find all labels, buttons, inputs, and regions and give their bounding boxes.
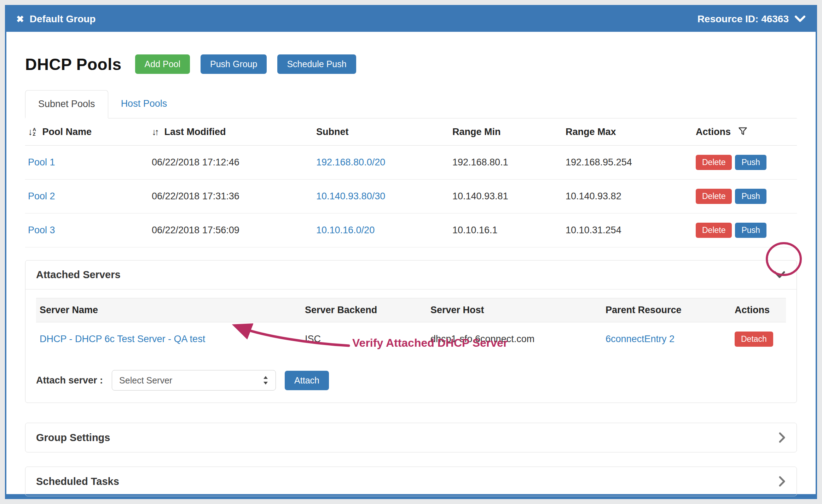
push-pool-button[interactable]: Push <box>735 155 766 170</box>
col-last-modified[interactable]: Last Modified <box>164 127 226 137</box>
pool-last-modified: 06/22/2018 17:31:36 <box>149 180 313 213</box>
server-row: DHCP - DHCP 6c Test Server - QA test ISC… <box>36 322 786 356</box>
pool-range-min: 10.10.16.1 <box>450 213 563 247</box>
push-pool-button[interactable]: Push <box>735 189 766 204</box>
group-title: Default Group <box>30 13 96 25</box>
scheduled-tasks-label: Scheduled Tasks <box>36 476 119 487</box>
col-server-host: Server Host <box>427 298 602 322</box>
server-backend: ISC <box>301 322 427 356</box>
attached-servers-title: Attached Servers <box>36 269 121 281</box>
pool-subnet-link[interactable]: 192.168.80.0/20 <box>316 157 385 168</box>
col-server-actions: Actions <box>731 298 786 322</box>
pool-range-max: 192.168.95.254 <box>563 146 693 180</box>
pool-row: Pool 3 06/22/2018 17:56:09 10.10.16.0/20… <box>25 213 797 247</box>
add-pool-button[interactable]: Add Pool <box>135 54 190 74</box>
pool-last-modified: 06/22/2018 17:12:46 <box>149 146 313 180</box>
tab-host-pools[interactable]: Host Pools <box>108 90 180 118</box>
delete-pool-button[interactable]: Delete <box>696 189 732 204</box>
servers-table: Server Name Server Backend Server Host P… <box>36 298 786 356</box>
server-select[interactable]: Select Server <box>112 370 276 391</box>
schedule-push-button[interactable]: Schedule Push <box>277 54 356 74</box>
push-pool-button[interactable]: Push <box>735 223 766 238</box>
server-host: dhcp1-sfo.6connect.com <box>427 322 602 356</box>
pool-last-modified: 06/22/2018 17:56:09 <box>149 213 313 247</box>
sort-updown-icon[interactable]: ↓↑ <box>152 127 157 137</box>
pool-row: Pool 2 06/22/2018 17:31:36 10.140.93.80/… <box>25 180 797 213</box>
col-subnet: Subnet <box>316 127 349 137</box>
pool-range-max: 10.10.31.254 <box>563 213 693 247</box>
col-pool-name[interactable]: Pool Name <box>42 127 92 137</box>
pool-name-link[interactable]: Pool 3 <box>28 225 55 235</box>
delete-pool-button[interactable]: Delete <box>696 155 732 170</box>
col-parent-resource: Parent Resource <box>602 298 731 322</box>
pool-range-min: 10.140.93.81 <box>450 180 563 213</box>
title-row: DHCP Pools Add Pool Push Group Schedule … <box>25 54 797 74</box>
default-group-panel: ✖ Default Group Resource ID: 46363 DHCP … <box>5 5 817 499</box>
parent-resource-link[interactable]: 6connectEntry 2 <box>606 334 675 344</box>
pool-row: Pool 1 06/22/2018 17:12:46 192.168.80.0/… <box>25 146 797 180</box>
push-group-button[interactable]: Push Group <box>201 54 267 74</box>
col-server-backend: Server Backend <box>301 298 427 322</box>
tab-subnet-pools[interactable]: Subnet Pools <box>25 90 108 118</box>
detach-server-button[interactable]: Detach <box>735 332 773 347</box>
col-server-name: Server Name <box>36 298 301 322</box>
attached-servers-header[interactable]: Attached Servers <box>25 260 797 289</box>
server-name-link[interactable]: DHCP - DHCP 6c Test Server - QA test <box>40 334 205 344</box>
attach-server-row: Attach server : Select Server Attach <box>36 370 786 391</box>
content-area: DHCP Pools Add Pool Push Group Schedule … <box>6 32 816 496</box>
sort-alpha-icon[interactable]: ↓AZ <box>28 127 36 137</box>
resource-id-toggle[interactable]: Resource ID: 46363 <box>697 13 806 25</box>
pools-table: ↓AZ Pool Name ↓↑ Last Modified Subnet Ra… <box>25 118 797 247</box>
delete-pool-button[interactable]: Delete <box>696 223 732 238</box>
col-range-max: Range Max <box>566 127 616 137</box>
attach-server-label: Attach server : <box>36 375 103 386</box>
attached-servers-panel: Attached Servers Server Name Server Back… <box>25 260 797 403</box>
group-settings-accordion[interactable]: Group Settings <box>25 423 797 452</box>
chevron-down-icon <box>794 16 806 23</box>
attached-servers-body: Server Name Server Backend Server Host P… <box>25 289 797 403</box>
col-range-min: Range Min <box>452 127 501 137</box>
pool-subnet-link[interactable]: 10.140.93.80/30 <box>316 191 385 201</box>
pool-name-link[interactable]: Pool 2 <box>28 191 55 201</box>
chevron-right-icon[interactable] <box>778 475 786 487</box>
resource-id-label: Resource ID: 46363 <box>697 13 789 25</box>
scheduled-tasks-accordion[interactable]: Scheduled Tasks <box>25 467 797 496</box>
pool-range-max: 10.140.93.82 <box>563 180 693 213</box>
attach-button[interactable]: Attach <box>285 371 329 390</box>
group-settings-label: Group Settings <box>36 432 110 444</box>
select-updown-icon <box>263 375 268 385</box>
pool-tabs: Subnet Pools Host Pools <box>25 90 797 118</box>
filter-icon[interactable] <box>738 126 748 136</box>
pools-header-row: ↓AZ Pool Name ↓↑ Last Modified Subnet Ra… <box>25 118 797 146</box>
pool-range-min: 192.168.80.1 <box>450 146 563 180</box>
pool-subnet-link[interactable]: 10.10.16.0/20 <box>316 225 375 235</box>
close-icon[interactable]: ✖ <box>16 14 24 25</box>
chevron-down-icon[interactable] <box>773 271 786 279</box>
page-title: DHCP Pools <box>25 55 122 74</box>
servers-header-row: Server Name Server Backend Server Host P… <box>36 298 786 322</box>
server-select-value: Select Server <box>119 375 172 386</box>
col-actions: Actions <box>696 127 731 137</box>
chevron-right-icon[interactable] <box>778 432 786 444</box>
pool-name-link[interactable]: Pool 1 <box>28 157 55 168</box>
panel-header: ✖ Default Group Resource ID: 46363 <box>6 6 816 32</box>
